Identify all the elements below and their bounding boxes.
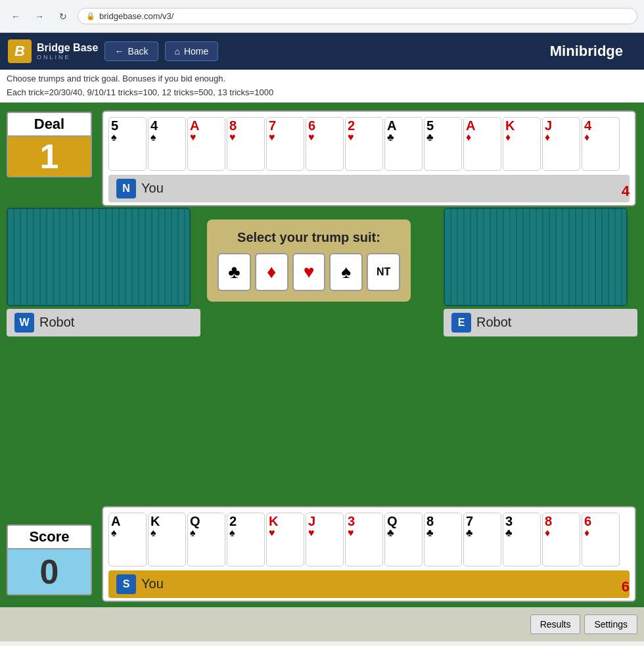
logo-letter: B <box>8 39 32 63</box>
card-n10[interactable]: A♦ <box>463 117 501 171</box>
deal-number: 1 <box>7 137 92 177</box>
back-button[interactable]: ← Back <box>104 41 158 61</box>
home-icon: ⌂ <box>175 46 180 57</box>
bottom-bar: Results Settings <box>0 607 644 641</box>
logo-sub: ONLINE <box>37 54 98 61</box>
card-s3[interactable]: Q♠ <box>187 513 225 566</box>
north-hand: 5♠ 4♠ A♥ 8♥ 7♥ 6♥ 2♥ A♣ 5♣ A♦ K♦ J♦ 4♦ 4… <box>102 110 636 206</box>
card-n2[interactable]: 4♠ <box>148 117 186 171</box>
page-title: Minibridge <box>550 43 636 60</box>
card-s12[interactable]: 8♦ <box>542 513 580 566</box>
east-player-label: E Robot <box>444 309 637 336</box>
south-player-name: You <box>141 576 164 591</box>
north-player-label: N You <box>108 175 630 202</box>
card-s13[interactable]: 6♦ <box>582 513 620 566</box>
south-hand: A♠ K♠ Q♠ 2♠ K♥ J♥ 3♥ Q♣ 8♣ 7♣ 3♣ 8♦ 6♦ 6… <box>102 506 636 602</box>
card-s7[interactable]: 3♥ <box>345 513 383 566</box>
card-s2[interactable]: K♠ <box>148 513 186 566</box>
card-s6[interactable]: J♥ <box>306 513 344 566</box>
south-hand-count: 6 <box>622 578 630 595</box>
forward-nav-button[interactable]: → <box>30 7 49 26</box>
card-n8[interactable]: A♣ <box>384 117 423 171</box>
card-s10[interactable]: 7♣ <box>463 513 501 566</box>
home-label: Home <box>184 46 208 57</box>
info-line1: Choose trumps and trick goal. Bonuses if… <box>7 72 637 86</box>
west-player-name: Robot <box>39 315 74 330</box>
deal-label: Deal <box>7 112 92 137</box>
east-robot-area: E Robot <box>444 208 637 336</box>
back-arrow-icon: ← <box>114 46 124 57</box>
browser-bar: ← → ↻ 🔒 bridgebase.com/v3/ <box>0 0 644 33</box>
home-button[interactable]: ⌂ Home <box>165 41 219 61</box>
trump-selector: Select your trump suit: ♣ ♦ ♥ ♠ NT <box>207 219 411 302</box>
east-badge: E <box>451 313 471 333</box>
app-header: B Bridge Base ONLINE ← Back ⌂ Home Minib… <box>0 33 644 70</box>
card-s8[interactable]: Q♣ <box>384 513 423 566</box>
score-value: 0 <box>7 549 92 595</box>
west-card-backs <box>7 208 191 306</box>
card-s9[interactable]: 8♣ <box>424 513 462 566</box>
lock-icon: 🔒 <box>86 12 95 20</box>
deal-box: Deal 1 <box>7 112 92 177</box>
card-n9[interactable]: 5♣ <box>424 117 462 171</box>
logo-main: Bridge Base <box>37 41 98 54</box>
west-robot-area: W Robot <box>7 208 200 336</box>
score-box: Score 0 <box>7 524 92 595</box>
info-line2: Each trick=20/30/40, 9/10/11 tricks=100,… <box>7 86 637 100</box>
east-player-name: Robot <box>476 315 511 330</box>
settings-button[interactable]: Settings <box>584 614 637 634</box>
back-nav-button[interactable]: ← <box>7 7 25 26</box>
trump-nt-button[interactable]: NT <box>367 253 400 291</box>
card-n3[interactable]: A♥ <box>187 117 225 171</box>
trump-spades-button[interactable]: ♠ <box>329 253 363 291</box>
north-badge: N <box>116 179 136 198</box>
card-n1[interactable]: 5♠ <box>108 117 147 171</box>
game-area: Deal 1 5♠ 4♠ A♥ 8♥ 7♥ 6♥ 2♥ A♣ 5♣ A♦ K♦ … <box>0 103 644 641</box>
logo-area: B Bridge Base ONLINE <box>8 39 98 63</box>
card-s1[interactable]: A♠ <box>108 513 147 566</box>
south-player-label: S You <box>108 570 630 598</box>
south-cards-row: A♠ K♠ Q♠ 2♠ K♥ J♥ 3♥ Q♣ 8♣ 7♣ 3♣ 8♦ 6♦ 6 <box>108 513 630 566</box>
card-s4[interactable]: 2♠ <box>227 513 265 566</box>
trump-clubs-button[interactable]: ♣ <box>218 253 251 291</box>
card-s5[interactable]: K♥ <box>266 513 304 566</box>
card-n11[interactable]: K♦ <box>503 117 541 171</box>
url-text: bridgebase.com/v3/ <box>99 11 173 21</box>
west-badge: W <box>14 313 34 333</box>
north-hand-count: 4 <box>622 183 630 200</box>
card-n13[interactable]: 4♦ <box>582 117 620 171</box>
trump-buttons: ♣ ♦ ♥ ♠ NT <box>218 253 400 291</box>
card-n7[interactable]: 2♥ <box>345 117 383 171</box>
south-badge: S <box>116 574 136 594</box>
card-n5[interactable]: 7♥ <box>266 117 304 171</box>
info-bar: Choose trumps and trick goal. Bonuses if… <box>0 70 644 103</box>
east-card-backs <box>444 208 628 306</box>
card-s11[interactable]: 3♣ <box>503 513 541 566</box>
score-label: Score <box>7 524 92 549</box>
card-n4[interactable]: 8♥ <box>227 117 265 171</box>
logo-text: Bridge Base ONLINE <box>37 41 98 61</box>
reload-button[interactable]: ↻ <box>54 7 72 26</box>
north-player-name: You <box>141 181 164 196</box>
back-label: Back <box>127 46 148 57</box>
trump-diamonds-button[interactable]: ♦ <box>255 253 288 291</box>
address-bar[interactable]: 🔒 bridgebase.com/v3/ <box>78 8 637 24</box>
north-cards-row: 5♠ 4♠ A♥ 8♥ 7♥ 6♥ 2♥ A♣ 5♣ A♦ K♦ J♦ 4♦ 4 <box>108 117 630 171</box>
west-player-label: W Robot <box>7 309 200 336</box>
results-button[interactable]: Results <box>530 614 581 634</box>
trump-title: Select your trump suit: <box>218 230 400 245</box>
trump-hearts-button[interactable]: ♥ <box>292 253 326 291</box>
card-n6[interactable]: 6♥ <box>306 117 344 171</box>
card-n12[interactable]: J♦ <box>542 117 580 171</box>
